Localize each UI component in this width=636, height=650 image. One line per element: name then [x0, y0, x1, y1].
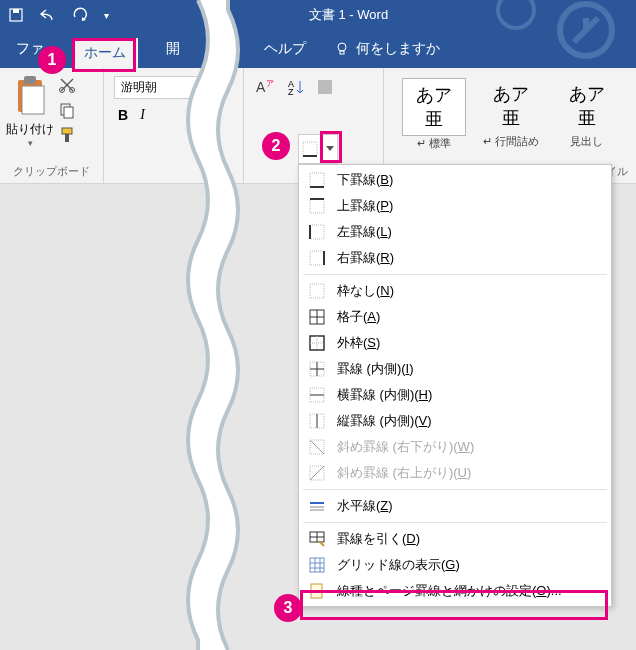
menu-item-label: グリッド線の表示(G) — [337, 556, 460, 574]
menu-item-border-none[interactable]: 枠なし(N) — [299, 278, 611, 304]
menu-item-label: 水平線(Z) — [337, 497, 393, 515]
bold-button[interactable]: B — [118, 107, 128, 123]
svg-rect-20 — [303, 142, 317, 156]
menu-item-border-bottom[interactable]: 下罫線(B) — [299, 167, 611, 193]
lightbulb-icon — [334, 41, 350, 57]
menu-item-label: 斜め罫線 (右下がり)(W) — [337, 438, 474, 456]
border-inside-icon — [307, 360, 327, 378]
border-none-icon — [307, 282, 327, 300]
svg-rect-7 — [22, 86, 44, 114]
menu-item-label: 左罫線(L) — [337, 223, 392, 241]
menu-item-label: 下罫線(B) — [337, 171, 393, 189]
svg-rect-28 — [310, 251, 324, 265]
phonetic-guide-icon[interactable]: Aア — [256, 78, 278, 99]
menu-item-label: 枠なし(N) — [337, 282, 394, 300]
menu-item-label: 罫線 (内側)(I) — [337, 360, 414, 378]
svg-rect-13 — [62, 128, 72, 134]
menu-item-border-diag-up: 斜め罫線 (右上がり)(U) — [299, 460, 611, 486]
border-left-icon — [307, 223, 327, 241]
menu-item-border-top[interactable]: 上罫線(P) — [299, 193, 611, 219]
menu-item-border-inside-v[interactable]: 縦罫線 (内側)(V) — [299, 408, 611, 434]
svg-rect-3 — [340, 51, 344, 54]
menu-item-label: 横罫線 (内側)(H) — [337, 386, 432, 404]
tell-me[interactable]: 何をしますか — [334, 40, 440, 58]
border-right-icon — [307, 249, 327, 267]
menu-item-label: 斜め罫線 (右上がり)(U) — [337, 464, 471, 482]
menu-item-border-inside-h[interactable]: 横罫線 (内側)(H) — [299, 382, 611, 408]
border-inside-h-icon — [307, 386, 327, 404]
svg-point-5 — [498, 0, 534, 28]
svg-rect-14 — [65, 134, 69, 142]
svg-text:A: A — [256, 79, 266, 95]
svg-rect-59 — [311, 584, 322, 598]
svg-rect-8 — [24, 76, 36, 84]
callout-1: 1 — [38, 46, 66, 74]
undo-icon[interactable] — [38, 7, 58, 23]
save-icon[interactable] — [8, 7, 24, 23]
menu-item-border-all[interactable]: 格子(A) — [299, 304, 611, 330]
menu-item-draw-table[interactable]: 罫線を引く(D) — [299, 526, 611, 552]
menu-item-label: 縦罫線 (内側)(V) — [337, 412, 432, 430]
tab-help[interactable]: ヘルプ — [264, 40, 306, 58]
borders-menu: 下罫線(B)上罫線(P)左罫線(L)右罫線(R)枠なし(N)格子(A)外枠(S)… — [298, 164, 612, 607]
borders-shading-icon — [307, 582, 327, 600]
svg-rect-24 — [310, 199, 324, 213]
tab-home[interactable]: ホーム — [72, 38, 138, 68]
svg-rect-22 — [310, 173, 324, 187]
menu-item-borders-shading[interactable]: 線種とページ罫線と網かけの設定(O)... — [299, 578, 611, 604]
tab-insert[interactable]: 開 — [166, 40, 180, 58]
menu-item-label: 右罫線(R) — [337, 249, 394, 267]
menu-item-label: 線種とページ罫線と網かけの設定(O)... — [337, 582, 562, 600]
menu-item-gridlines[interactable]: グリッド線の表示(G) — [299, 552, 611, 578]
style-no-spacing[interactable]: あア亜 ↵ 行間詰め — [480, 78, 542, 151]
svg-rect-1 — [13, 9, 19, 13]
clipboard-icon — [12, 74, 48, 118]
menu-item-border-inside[interactable]: 罫線 (内側)(I) — [299, 356, 611, 382]
menu-item-label: 外枠(S) — [337, 334, 380, 352]
hr-icon — [307, 497, 327, 515]
menu-item-label: 上罫線(P) — [337, 197, 393, 215]
svg-rect-19 — [318, 80, 332, 94]
format-painter-icon[interactable] — [58, 126, 76, 147]
menu-item-label: 罫線を引く(D) — [337, 530, 420, 548]
menu-item-hr[interactable]: 水平線(Z) — [299, 493, 611, 519]
gridlines-icon — [307, 556, 327, 574]
menu-item-border-left[interactable]: 左罫線(L) — [299, 219, 611, 245]
border-diag-up-icon — [307, 464, 327, 482]
italic-button[interactable]: I — [140, 107, 145, 123]
border-all-icon — [307, 308, 327, 326]
svg-text:ア: ア — [266, 79, 274, 88]
draw-table-icon — [307, 530, 327, 548]
border-bottom-icon — [307, 171, 327, 189]
chevron-down-icon[interactable] — [322, 134, 338, 164]
callout-2: 2 — [262, 132, 290, 160]
style-normal[interactable]: あア亜 ↵ 標準 — [402, 78, 466, 151]
svg-line-45 — [310, 440, 324, 454]
shading-icon[interactable] — [316, 78, 334, 99]
border-bottom-icon — [302, 141, 318, 157]
borders-split-button[interactable] — [298, 134, 338, 162]
svg-rect-54 — [310, 558, 324, 572]
paste-button[interactable]: 貼り付け ▾ — [6, 72, 54, 148]
menu-item-border-outside[interactable]: 外枠(S) — [299, 330, 611, 356]
font-name-selector[interactable]: 游明朝 — [114, 76, 198, 99]
callout-3: 3 — [274, 594, 302, 622]
menu-item-label: 格子(A) — [337, 308, 380, 326]
tab-view[interactable]: 表示 — [208, 40, 236, 58]
copy-icon[interactable] — [58, 101, 76, 122]
svg-text:Z: Z — [288, 87, 294, 96]
border-outside-icon — [307, 334, 327, 352]
svg-rect-26 — [310, 225, 324, 239]
menu-item-border-right[interactable]: 右罫線(R) — [299, 245, 611, 271]
menu-item-border-diag-down: 斜め罫線 (右下がり)(W) — [299, 434, 611, 460]
svg-line-47 — [310, 466, 324, 480]
clipboard-group-label: クリップボード — [6, 164, 97, 181]
svg-rect-12 — [64, 107, 73, 118]
svg-point-2 — [338, 43, 346, 51]
sort-icon[interactable]: AZ — [288, 78, 306, 99]
svg-rect-30 — [310, 284, 324, 298]
style-heading[interactable]: あア亜 見出し — [556, 78, 618, 151]
redo-icon[interactable] — [72, 7, 90, 23]
cut-icon[interactable] — [58, 76, 76, 97]
border-inside-v-icon — [307, 412, 327, 430]
